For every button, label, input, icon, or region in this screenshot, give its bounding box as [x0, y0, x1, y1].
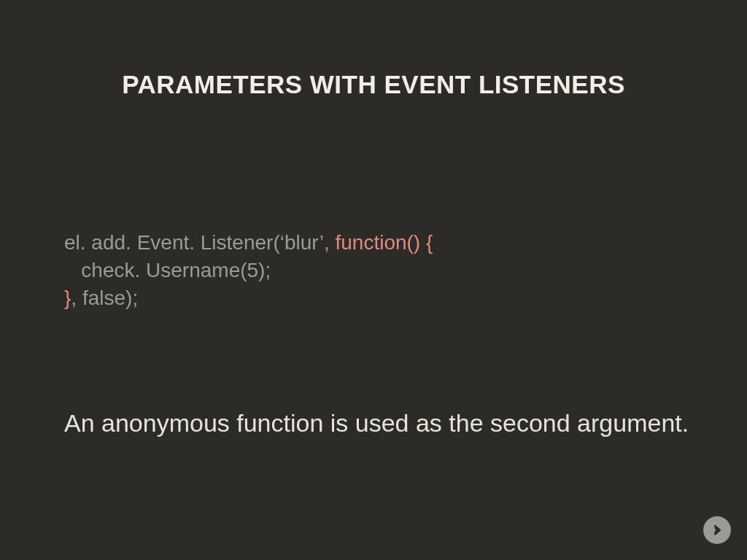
code-highlight: function() {	[335, 231, 433, 254]
next-button[interactable]	[703, 516, 731, 544]
code-text: , false);	[71, 287, 138, 309]
code-block: el. add. Event. Listener(‘blur’, functio…	[64, 229, 433, 311]
slide: PARAMETERS WITH EVENT LISTENERS el. add.…	[0, 0, 747, 560]
caption-text: An anonymous function is used as the sec…	[64, 407, 703, 439]
code-highlight: }	[64, 287, 71, 309]
code-text: el. add. Event. Listener(‘blur’,	[64, 231, 335, 254]
code-line-3: }, false);	[64, 284, 433, 312]
code-line-1: el. add. Event. Listener(‘blur’, functio…	[64, 229, 433, 257]
code-line-2: check. Username(5);	[64, 257, 433, 284]
slide-title: PARAMETERS WITH EVENT LISTENERS	[0, 70, 747, 99]
arrow-right-icon	[709, 522, 725, 538]
